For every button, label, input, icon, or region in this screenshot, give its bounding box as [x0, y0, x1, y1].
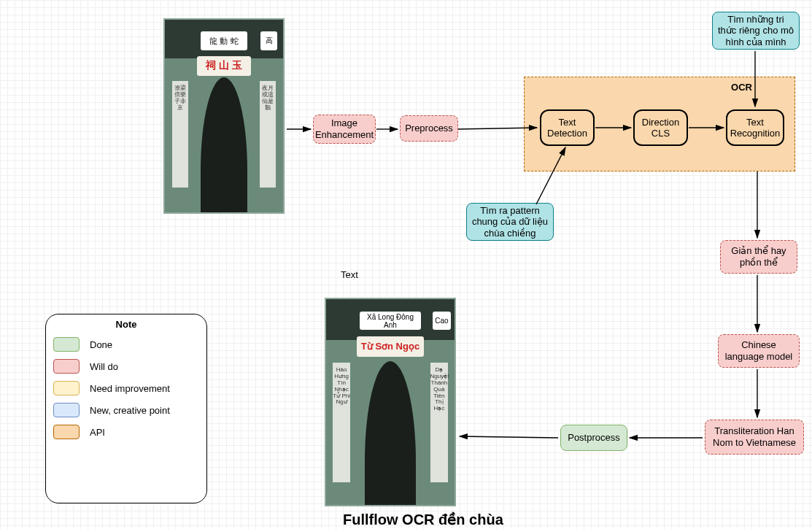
- legend-row-willdo: Will do: [53, 359, 199, 374]
- image-enhancement-label: Image Enhancement: [315, 117, 374, 140]
- direction-cls-box[interactable]: Direction CLS: [633, 109, 688, 146]
- legend-row-need: Need improvement: [53, 381, 199, 395]
- diagram-title: Fullflow OCR đền chùa: [343, 511, 503, 528]
- input-top-banner: 龍 動 蛇: [201, 31, 248, 50]
- preprocess-label: Preprocess: [405, 123, 453, 134]
- legend-api-label: API: [90, 427, 105, 438]
- note-panel: Note Done Will do Need improvement New, …: [45, 314, 207, 503]
- text-detection-box[interactable]: Text Detection: [540, 109, 595, 146]
- pattern-box[interactable]: Tìm ra pattern chung của dữ liệu chùa ch…: [466, 203, 554, 241]
- output-main-sign: Từ Sơn Ngọc: [357, 336, 424, 357]
- input-image[interactable]: 龍 動 蛇 高 祠 山 玉 潦梁倍樂子非京 夜月或這仙是鵝: [163, 18, 285, 214]
- image-enhancement-box[interactable]: Image Enhancement: [313, 115, 376, 144]
- legend-row-api: API: [53, 425, 199, 439]
- trithuc-label: Tìm những tri thức riêng cho mô hình của…: [717, 14, 794, 48]
- note-title: Note: [53, 319, 199, 330]
- swatch-need: [53, 381, 80, 395]
- text-detection-label: Text Detection: [541, 117, 593, 139]
- output-righttop: Cao: [433, 312, 451, 330]
- translit-label: Transliteration Han Nom to Vietnamese: [710, 425, 799, 448]
- legend-willdo-label: Will do: [90, 361, 118, 372]
- output-top-banner: Xã Long Đông Anh: [360, 312, 422, 330]
- output-image[interactable]: Xã Long Đông Anh Cao Từ Sơn Ngọc Hào Hưn…: [325, 298, 456, 506]
- output-right-pillar: Dạ Nguyệt Thành Quá Tiên Thị Hạc: [430, 363, 449, 482]
- swatch-new: [53, 403, 80, 417]
- output-left-pillar: Hào Hưng Tín Nhạc Tử Phi Ngư: [333, 363, 351, 482]
- legend-row-new: New, creative point: [53, 403, 199, 417]
- translit-box[interactable]: Transliteration Han Nom to Vietnamese: [705, 420, 804, 455]
- diagram-canvas: OCR Text Detection Direction CLS Text Re…: [0, 0, 812, 529]
- input-righttop: 高: [260, 31, 277, 50]
- input-right-pillar: 夜月或這仙是鵝: [260, 81, 277, 187]
- ocr-label: OCR: [731, 82, 752, 93]
- legend-row-done: Done: [53, 337, 199, 352]
- chinese-lm-label: Chinese language model: [723, 339, 794, 362]
- pattern-label: Tìm ra pattern chung của dữ liệu chùa ch…: [471, 205, 549, 239]
- gianthe-box[interactable]: Giản thể hay phồn thể: [720, 240, 797, 274]
- input-main-sign: 祠 山 玉: [197, 56, 252, 75]
- trithuc-box[interactable]: Tìm những tri thức riêng cho mô hình của…: [712, 12, 800, 50]
- postprocess-box[interactable]: Postprocess: [560, 425, 627, 451]
- input-left-pillar: 潦梁倍樂子非京: [172, 81, 189, 187]
- gianthe-label: Giản thể hay phồn thể: [725, 245, 792, 268]
- text-recognition-box[interactable]: Text Recognition: [726, 109, 784, 146]
- direction-cls-label: Direction CLS: [635, 117, 687, 139]
- swatch-done: [53, 337, 80, 352]
- legend-need-label: Need improvement: [90, 383, 170, 394]
- legend-new-label: New, creative point: [90, 405, 170, 416]
- preprocess-box[interactable]: Preprocess: [400, 115, 458, 142]
- text-static-label: Text: [341, 269, 358, 280]
- postprocess-label: Postprocess: [568, 432, 620, 444]
- swatch-api: [53, 425, 80, 439]
- text-recognition-label: Text Recognition: [727, 117, 783, 139]
- swatch-willdo: [53, 359, 80, 374]
- legend-done-label: Done: [90, 339, 112, 350]
- chinese-lm-box[interactable]: Chinese language model: [718, 334, 800, 368]
